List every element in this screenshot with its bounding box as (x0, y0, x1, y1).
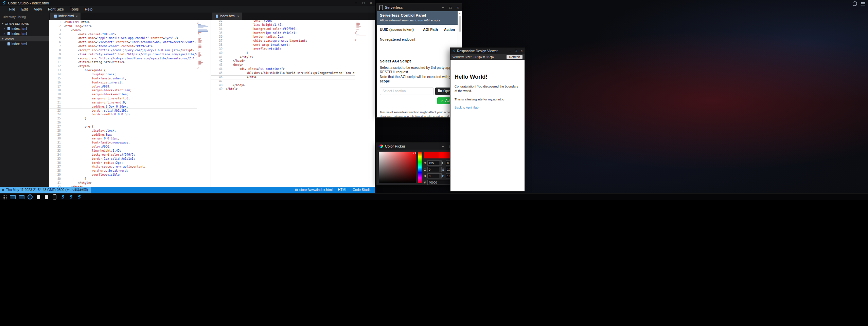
menu-item-tools[interactable]: Tools (67, 7, 82, 11)
code-line[interactable]: 14 display:block; (49, 73, 197, 77)
minimize-button[interactable]: − (439, 145, 447, 148)
code-line[interactable]: 39 overflow:visible (211, 47, 355, 51)
code-line[interactable]: 22 padding:0 5px 0 20px; (49, 105, 197, 109)
refresh-icon[interactable] (852, 1, 857, 6)
code-line[interactable]: 2<html lang="en"> (49, 24, 197, 28)
editor-pane-2[interactable]: 32 color:#666;33 line-height:1.45;34 bac… (211, 20, 375, 187)
code-line[interactable]: 36 border-radius:2px; (211, 35, 355, 39)
sidebar-item-www-index[interactable]: index.html (0, 41, 49, 46)
main-title-bar[interactable]: S Code Studio - index.html − □ × (0, 0, 375, 6)
code-line[interactable]: 40 } (49, 177, 197, 181)
tab-index-html-2[interactable]: index.html × (212, 13, 242, 20)
sidebar-item-open-editor-2[interactable]: × index.html (0, 31, 49, 36)
code-line[interactable]: 19 margin-block-end:1em; (49, 93, 197, 97)
minimize-button[interactable]: − (439, 6, 447, 9)
code-line[interactable]: 47 (211, 79, 355, 83)
code-line[interactable]: 4 <meta charset="UTF-8"> (49, 33, 197, 37)
code-line[interactable]: 44 <div class="ui container"> (211, 67, 355, 71)
sidebar-section-open-editors[interactable]: ▾ OPEN EDITORS (0, 21, 49, 26)
code-line[interactable]: 36 border-radius:2px; (49, 161, 197, 165)
document-app-1-icon[interactable] (36, 194, 41, 200)
saturation-value-field[interactable] (379, 152, 416, 183)
document-app-2-icon[interactable] (44, 194, 49, 200)
close-icon[interactable]: × (3, 27, 6, 31)
editor-pane-1[interactable]: 1<!DOCTYPE html>2<html lang="en">3 <head… (49, 20, 211, 187)
code-line[interactable]: 10 <script src="https://cdnjs.cloudflare… (49, 57, 197, 61)
code-line[interactable]: 33 line-height:1.45; (49, 149, 197, 153)
close-button[interactable]: × (454, 6, 462, 9)
app-launcher-icon[interactable] (2, 194, 7, 200)
tab-close-icon[interactable]: × (237, 15, 239, 18)
code-line[interactable]: 40 } (211, 51, 355, 55)
color-picker-title-bar[interactable]: Color Picker − □ × (377, 143, 462, 150)
blue-input[interactable]: 0 (427, 173, 442, 178)
back-to-aprintlab-link[interactable]: Back to Aprintlab (455, 106, 520, 109)
code-line[interactable]: 48 </body> (211, 83, 355, 88)
status-language[interactable]: HTML (338, 188, 347, 192)
code-line[interactable]: 28 display:block; (49, 129, 197, 133)
code-studio-2-icon[interactable]: S (68, 194, 73, 200)
browser-app-icon[interactable] (28, 194, 33, 200)
minimap[interactable] (355, 21, 366, 41)
refresh-button[interactable]: Refresh (507, 55, 522, 59)
code-line[interactable]: 18 margin-block-start:1em; (49, 89, 197, 93)
code-line[interactable]: 31 font-family:monospace; (49, 141, 197, 145)
maximize-button[interactable]: □ (360, 1, 367, 5)
code-line[interactable]: 7 <meta name="theme-color" content="#ff9… (49, 44, 197, 49)
code-line[interactable]: 12 <style> (49, 64, 197, 69)
code-line[interactable]: 32 color:#666; (211, 20, 355, 23)
code-line[interactable]: 42 </head> (211, 59, 355, 63)
viewer-title-bar[interactable]: S Responsive Design Viewer − □ × (450, 48, 525, 54)
code-line[interactable]: 46 </div> (211, 75, 355, 79)
code-line[interactable]: 38 word-wrap:break-word; (211, 43, 355, 47)
select-location-input[interactable] (380, 88, 434, 95)
status-datetime-segment[interactable]: ⇄ Thu May 11 2023 21:54:48 GMT+0800 (台北標… (0, 187, 91, 193)
code-studio-3-icon[interactable]: S (76, 194, 82, 200)
code-line[interactable]: 24 border-width:0 0 0 5px (49, 113, 197, 117)
code-studio-1-icon[interactable]: S (60, 194, 65, 200)
menu-item-font-size[interactable]: Font Size (45, 7, 67, 11)
code-line[interactable]: 35 border:1px solid #e1e1e1; (211, 31, 355, 35)
code-line[interactable]: 9 <link rel="stylesheet" href="https://c… (49, 53, 197, 57)
close-icon[interactable]: × (3, 32, 6, 36)
code-line[interactable]: 39 overflow:visible (49, 173, 197, 177)
code-line[interactable]: 11 <title>Testing Site</title> (49, 60, 197, 64)
code-line[interactable]: 38 word-wrap:break-word; (49, 169, 197, 173)
serverless-title-bar[interactable]: Serverless − □ × (377, 4, 462, 11)
menu-icon[interactable] (861, 2, 865, 5)
sidebar-section-www[interactable]: ▾ WWW (0, 36, 49, 41)
maximize-button[interactable]: □ (447, 6, 454, 9)
tab-index-html-1[interactable]: index.html × (50, 13, 81, 20)
menu-item-edit[interactable]: Edit (18, 7, 31, 11)
code-line[interactable]: 49</html> (211, 87, 355, 91)
code-line[interactable]: 37 white-space:pre-wrap!important; (211, 39, 355, 43)
code-line[interactable]: 5 <meta name="apple-mobile-web-app-capab… (49, 36, 197, 40)
code-line[interactable]: 20 margin-inline-start:0; (49, 97, 197, 101)
device-app-icon[interactable] (52, 194, 57, 200)
scroll-up-icon[interactable]: ▲ (458, 11, 462, 14)
color-swatch-current[interactable] (424, 152, 439, 158)
menu-item-help[interactable]: Help (82, 7, 96, 11)
code-line[interactable]: 34 background-color:#f9f9f9; (211, 27, 355, 31)
minimap[interactable] (197, 21, 208, 69)
close-button[interactable]: × (519, 49, 525, 53)
minimize-button[interactable]: − (352, 1, 360, 5)
hue-slider[interactable] (418, 152, 422, 183)
maximize-button[interactable]: □ (513, 49, 519, 53)
code-line[interactable]: 32 color:#666; (49, 145, 197, 149)
code-line[interactable]: 26 (49, 121, 197, 125)
code-line[interactable]: 27 pre { (49, 125, 197, 129)
code-line[interactable]: 35 border:1px solid #e1e1e1; (49, 157, 197, 161)
red-input[interactable]: 255 (427, 160, 442, 166)
code-line[interactable]: 41 </style> (211, 55, 355, 59)
code-line[interactable]: 30 margin:0 0 10px; (49, 137, 197, 141)
green-input[interactable]: 0 (427, 167, 442, 172)
code-line[interactable]: 29 padding:8px; (49, 133, 197, 137)
status-file-path[interactable]: ▤ store:/www/index.html (295, 188, 332, 192)
code-line[interactable]: 17 color:#999; (49, 85, 197, 89)
close-button[interactable]: × (367, 1, 375, 5)
menu-item-view[interactable]: View (31, 7, 45, 11)
menu-item-file[interactable]: File (6, 7, 18, 11)
code-line[interactable]: 15 font-family:inherit; (49, 77, 197, 81)
code-line[interactable]: 41 </style> (49, 181, 197, 185)
